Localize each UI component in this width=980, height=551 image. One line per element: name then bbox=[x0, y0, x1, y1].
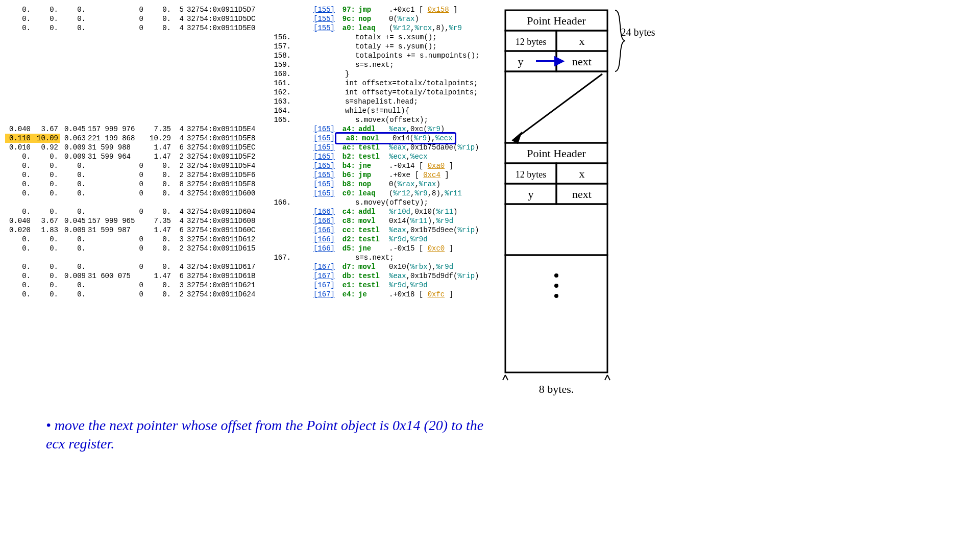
svg-point-13 bbox=[554, 273, 558, 278]
listing-row: 0.0.0.00.832754:0x0911D5F8[165]b8:nop0(%… bbox=[5, 180, 480, 189]
listing-row: 0.0.0.00931 600 0751.47632754:0x0911D61B… bbox=[5, 271, 480, 281]
listing-row: 157.totaly += s.ysum(); bbox=[5, 42, 480, 51]
source-link[interactable]: [167] bbox=[304, 262, 335, 271]
source-link[interactable]: [165] bbox=[304, 170, 335, 180]
listing-row: 0.0.0.00.532754:0x0911D5D7[155]97:jmp.+0… bbox=[5, 5, 480, 14]
svg-text:y: y bbox=[528, 188, 533, 201]
source-link[interactable]: [165] bbox=[304, 180, 335, 189]
listing-row: 167.s=s.next; bbox=[5, 253, 480, 262]
source-link[interactable]: [165] bbox=[304, 143, 335, 152]
svg-text:8 bytes.: 8 bytes. bbox=[538, 383, 573, 395]
listing-row: 160.} bbox=[5, 69, 480, 79]
svg-text:12 bytes: 12 bytes bbox=[515, 169, 546, 180]
svg-text:x: x bbox=[579, 35, 584, 47]
source-link[interactable]: [166] bbox=[304, 226, 335, 235]
listing-row: 0.0.0.00.432754:0x0911D604[166]c4:addl%r… bbox=[5, 207, 480, 216]
source-link[interactable]: [165] bbox=[304, 124, 335, 134]
source-link[interactable]: [166] bbox=[304, 216, 335, 226]
source-link[interactable]: [165] bbox=[304, 161, 335, 170]
listing-row: 161.int offsetx=totalx/totalpoints; bbox=[5, 79, 480, 88]
listing-row: 163.s=shapelist.head; bbox=[5, 97, 480, 106]
svg-text:Point Header: Point Header bbox=[527, 147, 586, 160]
source-link[interactable]: [166] bbox=[304, 244, 335, 253]
listing-row: 166.s.movey(offsety); bbox=[5, 198, 480, 207]
listing-row: 0.0.0.00931 599 9641.47232754:0x0911D5F2… bbox=[5, 152, 480, 161]
listing-row: 165.s.movex(offsetx); bbox=[5, 115, 480, 124]
listing-row: 0.0.0.00.332754:0x0911D612[166]d2:testl%… bbox=[5, 235, 480, 244]
listing-row: 0.0403.670.045157 999 9657.35432754:0x09… bbox=[5, 216, 480, 226]
svg-text:y: y bbox=[518, 55, 523, 68]
listing-row: 0.0.0.00.232754:0x0911D615[166]d5:jne.-0… bbox=[5, 244, 480, 253]
listing-row: 0.0100.920.00931 599 9881.47632754:0x091… bbox=[5, 143, 480, 152]
svg-line-18 bbox=[513, 74, 602, 140]
handwritten-note: • move the next pointer whose offset fro… bbox=[46, 416, 505, 454]
listing-row: 0.0.0.00.432754:0x0911D5E0[155]a0:leaq(%… bbox=[5, 23, 480, 33]
svg-rect-11 bbox=[505, 204, 607, 255]
disasm-listing: 0.0.0.00.532754:0x0911D5D7[155]97:jmp.+0… bbox=[5, 5, 480, 406]
svg-text:x: x bbox=[579, 167, 584, 180]
listing-row: 0.0.0.00.432754:0x0911D600[165]c0:leaq(%… bbox=[5, 189, 480, 198]
listing-row: 0.11010.090.063221 199 86810.29432754:0x… bbox=[5, 134, 480, 143]
svg-text:12 bytes: 12 bytes bbox=[515, 37, 546, 47]
source-link[interactable]: [167] bbox=[304, 290, 335, 299]
svg-point-15 bbox=[554, 294, 558, 298]
svg-text:next: next bbox=[572, 188, 592, 201]
source-link[interactable]: [167] bbox=[304, 271, 335, 281]
source-link[interactable]: [165] bbox=[304, 189, 335, 198]
listing-row: 156.totalx += s.xsum(); bbox=[5, 33, 480, 42]
listing-row: 162.int offsety=totaly/totalpoints; bbox=[5, 88, 480, 97]
svg-text:24 bytes: 24 bytes bbox=[621, 27, 655, 38]
listing-row: 158.totalpoints += s.numpoints(); bbox=[5, 51, 480, 60]
listing-row: 0.0.0.00.332754:0x0911D621[167]e1:testl%… bbox=[5, 281, 480, 290]
listing-row: 0.0.0.00.232754:0x0911D5F4[165]b4:jne.-0… bbox=[5, 161, 480, 170]
listing-row: 0.0.0.00.232754:0x0911D5F6[165]b6:jmp.+0… bbox=[5, 170, 480, 180]
source-link[interactable]: [155] bbox=[304, 5, 335, 14]
svg-point-14 bbox=[554, 284, 558, 288]
source-link[interactable]: [155] bbox=[304, 14, 335, 23]
listing-row: 164.while(s!=null){ bbox=[5, 106, 480, 115]
listing-row: 0.0.0.00.432754:0x0911D617[167]d7:movl0x… bbox=[5, 262, 480, 271]
svg-rect-12 bbox=[505, 255, 607, 372]
svg-marker-17 bbox=[555, 58, 562, 65]
svg-marker-19 bbox=[513, 134, 521, 143]
source-link[interactable]: [165] bbox=[304, 152, 335, 161]
source-link[interactable]: [155] bbox=[304, 23, 335, 33]
source-link[interactable]: [166] bbox=[304, 207, 335, 216]
svg-text:Point Header: Point Header bbox=[527, 14, 586, 27]
source-link[interactable]: [167] bbox=[304, 281, 335, 290]
listing-row: 159.s=s.next; bbox=[5, 60, 480, 69]
svg-text:next: next bbox=[572, 55, 592, 68]
listing-row: 0.0.0.00.232754:0x0911D624[167]e4:je.+0x… bbox=[5, 290, 480, 299]
source-link[interactable]: [165] bbox=[304, 134, 335, 143]
memory-diagram: Point Header 12 bytes x y next Point Hea… bbox=[500, 5, 643, 406]
listing-row: 0.0201.830.00931 599 9871.47632754:0x091… bbox=[5, 226, 480, 235]
source-link[interactable]: [166] bbox=[304, 235, 335, 244]
listing-row: 0.0.0.00.432754:0x0911D5DC[155]9c:nop0(%… bbox=[5, 14, 480, 23]
